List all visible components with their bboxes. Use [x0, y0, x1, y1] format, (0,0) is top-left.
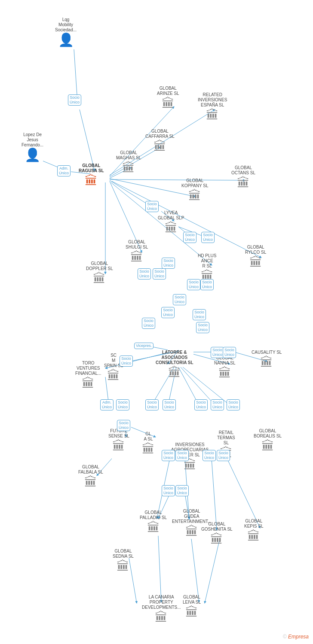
badge-socio-unico-17: SocioÚnico [120, 355, 133, 367]
badge-socio-unico-26: SocioÚnico [227, 399, 240, 410]
svg-line-36 [227, 459, 260, 528]
svg-line-41 [191, 539, 199, 602]
building-icon: 🏛 [168, 366, 181, 379]
node-global-ragusa[interactable]: GLOBAL RAGUSA SL 🏛 [79, 163, 104, 187]
badge-socio-unico-8: SocioÚnico [153, 268, 166, 279]
building-icon: 🏛 [147, 521, 160, 534]
badge-adm-unico-2: Adm.Único [100, 399, 114, 410]
building-icon: 🏛 [93, 272, 106, 285]
badge-socio-unico-5: SocioÚnico [201, 232, 215, 243]
building-icon: 🏛 [107, 369, 120, 382]
svg-line-24 [153, 347, 168, 350]
svg-line-42 [205, 541, 219, 603]
node-global-palladio[interactable]: GLOBAL PALLADIO SL 🏛 [140, 510, 167, 534]
building-icon: 🏛 [261, 440, 274, 453]
person-icon: 👤 [58, 33, 74, 46]
node-global-maghas[interactable]: GLOBAL MAGHAS SL 🏛 [116, 150, 141, 174]
building-icon: 🏛 [82, 377, 95, 390]
node-global-sedna[interactable]: GLOBAL SEDNA SL 🏛 [113, 549, 134, 573]
node-global-octans[interactable]: GLOBAL OCTANS SL 🏛 [231, 165, 255, 189]
node-la-canaria[interactable]: LA CANARIA PROPERTY DEVELOPMENTS... 🏛 [142, 595, 181, 624]
building-icon: 🏛 [237, 176, 250, 189]
svg-line-35 [212, 459, 217, 530]
badge-socio-unico-28: SocioÚnico [162, 450, 175, 461]
badge-socio-unico-3: SocioÚnico [145, 201, 159, 212]
building-icon-ragusa: 🏛 [85, 174, 98, 187]
badge-socio-unico-13: SocioÚnico [142, 318, 155, 329]
badge-socio-unico-32: SocioÚnico [162, 485, 175, 496]
node-global-rylco[interactable]: GLOBAL RYLCO SL 🏛 [245, 245, 266, 269]
svg-line-9 [110, 179, 245, 180]
building-icon: 🏛 [247, 530, 260, 543]
node-lopez[interactable]: Lopez De Jesus Fernando... 👤 [21, 132, 43, 161]
person-icon-2: 👤 [25, 149, 40, 161]
building-icon: 🏛 [162, 97, 175, 110]
badge-socio-unico-21: SocioÚnico [116, 399, 129, 410]
building-icon: 🏛 [117, 560, 129, 573]
watermark: © Empresa [283, 634, 309, 640]
building-icon: 🏛 [206, 109, 219, 122]
building-icon: 🏛 [260, 356, 273, 369]
node-global-borealis[interactable]: GLOBAL BOREALIS SL 🏛 [254, 428, 282, 453]
badge-socio-unico-29: SocioÚnico [175, 450, 189, 461]
badge-socio-unico-12: SocioÚnico [161, 307, 175, 318]
badge-socio-unico-18: SocioÚnico [211, 347, 224, 358]
building-icon: 🏛 [122, 161, 135, 174]
svg-line-0 [74, 49, 77, 101]
node-global-doppler[interactable]: GLOBAL DOPPLER SL 🏛 [86, 261, 113, 285]
building-icon: 🏛 [210, 533, 223, 546]
building-icon: 🏛 [185, 525, 198, 538]
node-global-nanna[interactable]: GLOBAL NANNA SL 🏛 [214, 355, 235, 380]
node-latorre[interactable]: LATORRE & ASOCIADOS CONSULTORIA SL 🏛 [156, 350, 193, 379]
badge-socio-unico-24: SocioÚnico [194, 399, 208, 410]
node-global-koppany[interactable]: GLOBAL KOPPANY SL 🏛 [181, 178, 208, 202]
connections-svg [0, 0, 313, 644]
node-global-goshenita[interactable]: GLOBAL GOSHENITA SL 🏛 [201, 522, 233, 546]
badge-vicepres: Vicepres. [134, 343, 153, 349]
badge-socio-unico-11: SocioÚnico [173, 294, 186, 305]
node-toro-ventures[interactable]: TORO VENTURES FINANCIAL... 🏛 [75, 361, 101, 390]
building-icon: 🏛 [155, 611, 168, 624]
badge-socio-unico-4: SocioÚnico [183, 232, 196, 243]
badge-socio-unico-9: SocioÚnico [187, 279, 200, 290]
badge-socio-unico-14: SocioÚnico [193, 309, 206, 320]
node-global-a[interactable]: GL A SL 🏛 [142, 431, 155, 456]
node-global-kepis[interactable]: GLOBAL KEPIS SL 🏛 [244, 519, 263, 543]
building-icon: 🏛 [165, 222, 178, 234]
building-icon: 🏛 [153, 140, 166, 153]
svg-line-40 [158, 536, 161, 602]
building-icon: 🏛 [185, 606, 198, 619]
building-icon: 🏛 [142, 443, 155, 456]
node-global-falbala[interactable]: GLOBAL FALBALA SL 🏛 [78, 465, 103, 489]
node-hd-plus[interactable]: HD PLUS ANCE R SL 🏛 [198, 253, 216, 283]
badge-socio-unico-7: SocioÚnico [138, 268, 151, 279]
building-icon: 🏛 [218, 367, 231, 380]
badge-socio-unico-30: SocioÚnico [203, 450, 216, 461]
graph-container: Lqg Mobility Sociedad... 👤 Lopez De Jesu… [0, 0, 313, 644]
node-lqg-mobility[interactable]: Lqg Mobility Sociedad... 👤 [55, 17, 77, 46]
badge-socio-unico-33: SocioÚnico [175, 485, 189, 496]
node-global-arinze[interactable]: GLOBAL ARINZE SL 🏛 [157, 86, 179, 110]
node-related-inversiones[interactable]: RELATED INVERSIONES ESPAÑA SL 🏛 [198, 92, 227, 122]
node-global-leiva[interactable]: GLOBAL LEIVA SL 🏛 [183, 595, 201, 619]
badge-socio-unico-15: SocioÚnico [196, 322, 209, 333]
svg-line-1 [80, 109, 95, 171]
badge-socio-unico-6: SocioÚnico [162, 258, 175, 269]
badge-socio-unico-22: SocioÚnico [145, 399, 159, 410]
building-icon: 🏛 [249, 256, 262, 269]
badge-adm-unico-1: Adm.Único [57, 165, 71, 176]
node-causality[interactable]: CAUSALITY SL 🏛 [252, 350, 282, 369]
node-future-sense[interactable]: FUTURE SENSE SL 🏛 [108, 428, 129, 453]
node-lyvea-global[interactable]: LYVEA GLOBAL SLP 🏛 [158, 210, 184, 234]
building-icon: 🏛 [112, 440, 125, 453]
badge-socio-unico-27: SocioÚnico [117, 420, 130, 431]
node-global-caffarra[interactable]: GLOBAL CAFFARRA SL 🏛 [145, 129, 175, 153]
node-global-shulgi[interactable]: GLOBAL SHULGI SL 🏛 [126, 240, 148, 264]
badge-socio-unico-31: SocioÚnico [217, 450, 230, 461]
badge-socio-unico-19: SocioÚnico [223, 347, 236, 358]
building-icon: 🏛 [84, 476, 97, 489]
badge-socio-unico-25: SocioÚnico [211, 399, 224, 410]
badge-socio-unico-10: SocioÚnico [200, 279, 214, 290]
badge-socio-unico-23: SocioÚnico [163, 399, 176, 410]
building-icon: 🏛 [188, 189, 201, 202]
